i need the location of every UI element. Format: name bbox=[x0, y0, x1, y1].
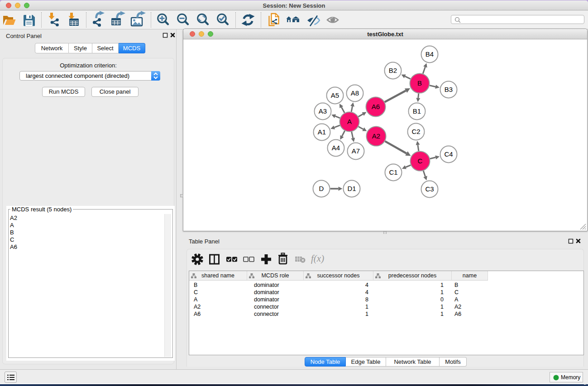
svg-text:A2: A2 bbox=[372, 132, 380, 140]
svg-text:B1: B1 bbox=[413, 107, 421, 115]
svg-text:C: C bbox=[418, 157, 423, 165]
svg-text:D: D bbox=[319, 185, 324, 192]
svg-text:D1: D1 bbox=[347, 185, 356, 192]
svg-text:A6: A6 bbox=[372, 103, 380, 110]
svg-text:A1: A1 bbox=[318, 128, 326, 136]
svg-text:A7: A7 bbox=[352, 147, 360, 155]
svg-text:C3: C3 bbox=[425, 185, 434, 193]
svg-text:B3: B3 bbox=[445, 86, 453, 93]
svg-text:B2: B2 bbox=[389, 67, 397, 74]
svg-text:C2: C2 bbox=[411, 128, 420, 135]
svg-text:B4: B4 bbox=[425, 50, 434, 58]
svg-text:A3: A3 bbox=[319, 107, 327, 115]
svg-text:A4: A4 bbox=[332, 144, 340, 152]
svg-text:B: B bbox=[417, 79, 422, 87]
svg-text:A5: A5 bbox=[331, 91, 339, 99]
svg-text:C4: C4 bbox=[444, 150, 453, 158]
svg-text:A8: A8 bbox=[351, 89, 359, 97]
svg-text:C1: C1 bbox=[389, 168, 397, 176]
svg-text:A: A bbox=[347, 118, 352, 125]
